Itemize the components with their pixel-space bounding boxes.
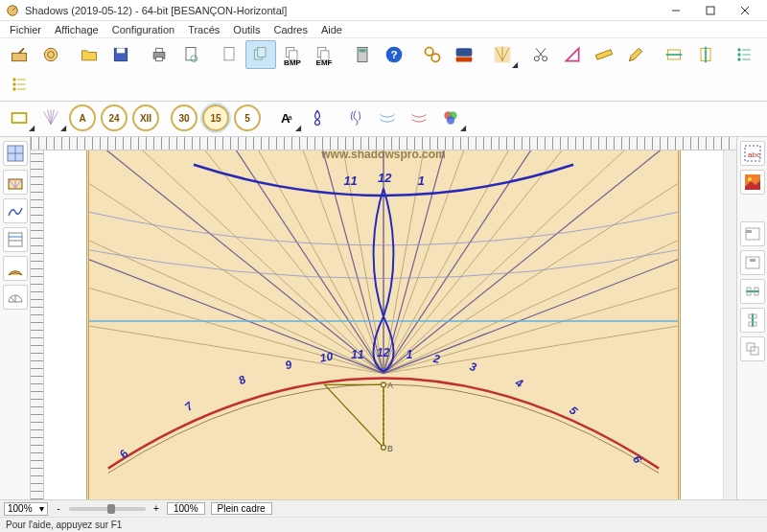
- analemma-single-button[interactable]: [302, 104, 333, 132]
- svg-point-52: [12, 87, 15, 90]
- svg-rect-56: [12, 113, 27, 123]
- zoom-reset-button[interactable]: 100%: [167, 502, 205, 515]
- open-button[interactable]: [74, 40, 105, 69]
- svg-point-28: [431, 54, 439, 61]
- pencil-tool-button[interactable]: [620, 40, 651, 69]
- svg-point-123: [382, 445, 386, 450]
- menu-affichage[interactable]: Affichage: [49, 23, 105, 36]
- save-button[interactable]: [105, 40, 136, 69]
- full-frame-button[interactable]: Plein cadre: [211, 502, 272, 515]
- close-button[interactable]: [729, 1, 761, 20]
- work-area: www.shadowspro.com: [0, 137, 767, 499]
- canvas[interactable]: www.shadowspro.com: [44, 150, 723, 499]
- interval-15-button[interactable]: 15: [202, 104, 229, 131]
- resize-v-button[interactable]: [690, 40, 721, 69]
- maximize-button[interactable]: [694, 1, 727, 20]
- svg-point-45: [737, 53, 740, 56]
- text-frame-button[interactable]: abc: [740, 141, 765, 166]
- interval-5-button[interactable]: 5: [234, 104, 261, 131]
- svg-point-51: [12, 82, 15, 85]
- settings-button[interactable]: [417, 40, 448, 69]
- zoom-combo[interactable]: 100%▾: [4, 502, 48, 516]
- sundial-svg: 11 12 1 6 7 8 9 10 11 12 1: [89, 150, 678, 499]
- align-center-button[interactable]: [740, 250, 765, 275]
- cut-button[interactable]: [525, 40, 556, 69]
- style-xii-button[interactable]: XII: [132, 104, 159, 131]
- menu-fichier[interactable]: Fichier: [4, 23, 47, 36]
- frame-rect-button[interactable]: ◢: [4, 104, 35, 132]
- zoom-slider[interactable]: [69, 507, 146, 511]
- svg-line-86: [298, 150, 384, 374]
- menu-cadres[interactable]: Cadres: [267, 23, 313, 36]
- svg-rect-3: [707, 7, 714, 14]
- arcs-blue-button[interactable]: [372, 104, 403, 132]
- multi-document-button[interactable]: [245, 40, 276, 69]
- svg-text:?: ?: [390, 48, 397, 60]
- sundial-drawing: www.shadowspro.com: [86, 150, 681, 499]
- font-button[interactable]: Aa◢: [270, 104, 301, 132]
- resize-h-button[interactable]: [659, 40, 689, 69]
- toolbar-secondary: ◢ ◢ A 24 XII 30 15 5 Aa◢ ◢: [0, 102, 767, 137]
- svg-rect-18: [258, 48, 266, 58]
- paypal-button[interactable]: [449, 40, 479, 69]
- analemma-multi-button[interactable]: [340, 104, 371, 132]
- app-icon: [6, 4, 19, 17]
- svg-text:1: 1: [407, 348, 413, 361]
- view-table-button[interactable]: [3, 227, 28, 252]
- layers-yellow-button[interactable]: [4, 70, 35, 99]
- group-button[interactable]: [740, 336, 765, 361]
- triangle-tool-button[interactable]: [557, 40, 588, 69]
- copy-emf-button[interactable]: EMF: [309, 40, 339, 69]
- ruler-tool-button[interactable]: [589, 40, 619, 69]
- ruler-horizontal: [31, 137, 736, 150]
- minimize-button[interactable]: [660, 1, 692, 20]
- svg-text:6: 6: [630, 452, 644, 466]
- hour-label-11-top: 11: [343, 173, 357, 188]
- print-preview-button[interactable]: [175, 40, 206, 69]
- new-document-button[interactable]: [214, 40, 244, 69]
- interval-30-button[interactable]: 30: [171, 104, 198, 131]
- help-button[interactable]: ?: [379, 40, 409, 69]
- style-24-button[interactable]: 24: [101, 104, 128, 131]
- svg-line-78: [11, 297, 15, 302]
- canvas-area: www.shadowspro.com: [31, 137, 736, 499]
- print-button[interactable]: [144, 40, 174, 69]
- view-grid-button[interactable]: [3, 141, 28, 166]
- hour-label-1-top: 1: [418, 173, 425, 188]
- copy-bmp-button[interactable]: BMP: [277, 40, 308, 69]
- svg-text:12: 12: [377, 346, 390, 359]
- layers-green-button[interactable]: [729, 40, 759, 69]
- menu-aide[interactable]: Aide: [315, 23, 348, 36]
- style-a-button[interactable]: A: [69, 104, 96, 131]
- menu-configuration[interactable]: Configuration: [106, 23, 180, 36]
- svg-text:7: 7: [182, 399, 197, 414]
- menu-traces[interactable]: Tracés: [182, 23, 225, 36]
- svg-line-80: [89, 288, 384, 373]
- sunrays-button[interactable]: ◢: [487, 40, 518, 69]
- align-left-button[interactable]: [740, 221, 765, 246]
- view-globe-button[interactable]: [3, 256, 28, 281]
- calculator-button[interactable]: [347, 40, 378, 69]
- new-astrolabe-button[interactable]: [35, 40, 66, 69]
- distribute-v-button[interactable]: [740, 308, 765, 333]
- svg-rect-131: [750, 259, 755, 262]
- svg-text:8: 8: [236, 372, 248, 387]
- distribute-h-button[interactable]: [740, 279, 765, 304]
- svg-rect-39: [595, 50, 612, 59]
- rays-fan-button[interactable]: ◢: [35, 104, 66, 132]
- scrollbar-vertical[interactable]: [723, 150, 736, 499]
- view-graph-button[interactable]: [3, 198, 28, 223]
- arcs-red-button[interactable]: [404, 104, 434, 132]
- new-sundial-button[interactable]: [4, 40, 35, 69]
- menu-outils[interactable]: Outils: [227, 23, 266, 36]
- svg-text:5: 5: [567, 404, 580, 418]
- svg-line-79: [89, 326, 384, 374]
- view-protractor-button[interactable]: [3, 285, 28, 310]
- view-3d-button[interactable]: [3, 170, 28, 195]
- svg-text:11: 11: [351, 348, 363, 361]
- titlebar: Shadows (2019-05-12) - 64-bit [BESANÇON-…: [0, 0, 767, 21]
- color-wheel-button[interactable]: ◢: [435, 104, 466, 132]
- svg-point-27: [426, 48, 433, 56]
- svg-line-98: [89, 260, 384, 374]
- image-frame-button[interactable]: [740, 170, 765, 195]
